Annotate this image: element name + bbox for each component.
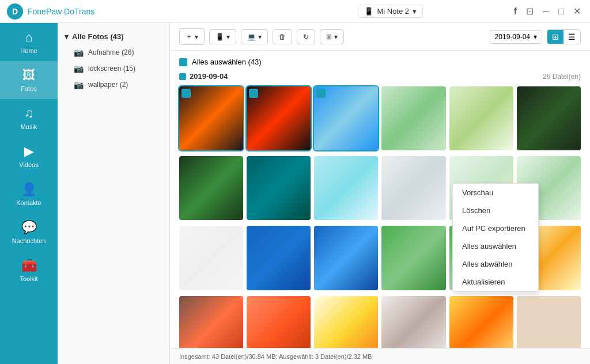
date-picker[interactable]: 2019-09-04 ▾ — [490, 30, 542, 44]
music-icon: ♫ — [24, 106, 34, 121]
context-menu-deselect-all[interactable]: Alles abwählen — [453, 255, 538, 273]
statusbar: Insgesamt: 43 Datei(en)/30.84 MB; Ausgew… — [170, 348, 590, 364]
device-icon: 📱 — [364, 7, 373, 16]
context-menu-export[interactable]: Auf PC exportieren — [453, 219, 538, 237]
photo-check-1 — [181, 89, 191, 98]
folder-group-header[interactable]: ▾ Alle Fotos (43) — [58, 29, 169, 44]
contacts-icon: 👤 — [21, 182, 37, 197]
sidebar-label-toolkit: Toolkit — [20, 275, 37, 282]
grid-view-button[interactable]: ⊞ — [547, 30, 563, 44]
context-menu-preview[interactable]: Vorschau — [453, 184, 538, 202]
left-panel: ▾ Alle Fotos (43) 📷 Aufnahme (26) 📷 lock… — [58, 23, 170, 364]
sidebar-label-home: Home — [20, 47, 37, 54]
add-button[interactable]: ＋ ▾ — [179, 28, 205, 45]
folder-icon-wallpaper: 📷 — [74, 80, 84, 89]
photo-cell-4[interactable] — [381, 86, 445, 150]
folder-item-lockscreen[interactable]: 📷 lockscreen (15) — [58, 60, 169, 77]
context-menu-refresh[interactable]: Aktualisieren — [453, 273, 538, 291]
folder-item-wallpaper[interactable]: 📷 wallpaper (2) — [58, 77, 169, 93]
titlebar: D FonePaw DoTrans 📱 Mi Note 2 ▾ f ⊡ ─ □ … — [0, 0, 590, 23]
photo-cell-24[interactable] — [517, 296, 581, 348]
view-toggle: ⊞ ☰ — [547, 29, 581, 44]
photo-cell-2[interactable] — [247, 86, 311, 150]
photo-grid-row1 — [179, 86, 581, 150]
add-icon: ＋ — [186, 32, 192, 41]
sidebar-item-fotos[interactable]: 🖼 Fotos — [0, 61, 58, 99]
transfer-pc-chevron: ▾ — [258, 33, 262, 41]
chevron-down-icon: ▾ — [413, 7, 417, 16]
photo-cell-19[interactable] — [179, 296, 243, 348]
photo-check-2 — [249, 89, 258, 98]
sidebar-item-toolkit[interactable]: 🧰 Toolkit — [0, 251, 58, 289]
refresh-button[interactable]: ↻ — [297, 29, 315, 44]
close-icon[interactable]: ✕ — [571, 5, 583, 18]
photo-cell-22[interactable] — [381, 296, 445, 348]
select-all-bar[interactable]: Alles auswählen (43) — [179, 58, 581, 66]
sidebar-label-musik: Musik — [21, 123, 37, 130]
more-button[interactable]: ⊞ ▾ — [320, 29, 344, 44]
photo-cell-7[interactable] — [179, 156, 243, 220]
photo-cell-6[interactable] — [517, 86, 581, 150]
sidebar-label-fotos: Fotos — [21, 85, 37, 92]
photo-cell-23[interactable] — [449, 296, 513, 348]
add-chevron: ▾ — [195, 33, 198, 41]
transfer-pc-icon: 💻 — [247, 33, 256, 41]
section-date: 2019-09-04 — [179, 72, 228, 81]
photo-cell-10[interactable] — [381, 156, 445, 220]
app-logo: D — [7, 3, 23, 20]
folder-icon-lockscreen: 📷 — [74, 64, 84, 73]
photo-cell-15[interactable] — [314, 226, 378, 290]
minimize-icon[interactable]: ─ — [540, 5, 551, 18]
all-photos-label: Alle Fotos (43) — [72, 32, 124, 41]
context-menu-select-all[interactable]: Alles auswählen — [453, 237, 538, 255]
context-menu-delete[interactable]: Löschen — [453, 202, 538, 219]
triangle-icon: ▾ — [65, 32, 69, 41]
folder-label-wallpaper: wallpaper (2) — [88, 81, 128, 89]
sidebar-item-videos[interactable]: ▶ Videos — [0, 137, 58, 175]
photo-cell-13[interactable] — [179, 226, 243, 290]
photo-cell-1[interactable] — [179, 86, 243, 150]
list-view-button[interactable]: ☰ — [563, 30, 580, 44]
photos-icon: 🖼 — [22, 68, 35, 83]
right-panel: ＋ ▾ 📱 ▾ 💻 ▾ 🗑 ↻ ⊞ ▾ 2019-0 — [170, 23, 590, 364]
transfer-to-pc-button[interactable]: 💻 ▾ — [241, 29, 268, 44]
select-all-checkbox[interactable] — [179, 58, 187, 66]
sidebar-item-nachrichten[interactable]: 💬 Nachrichten — [0, 213, 58, 251]
device-selector[interactable]: 📱 Mi Note 2 ▾ — [358, 5, 423, 18]
date-value: 2019-09-04 — [495, 33, 530, 41]
photo-cell-9[interactable] — [314, 156, 378, 220]
photo-cell-8[interactable] — [247, 156, 311, 220]
folder-label-aufnahme: Aufnahme (26) — [88, 48, 134, 56]
sidebar-label-nachrichten: Nachrichten — [12, 237, 46, 244]
sidebar-item-home[interactable]: ⌂ Home — [0, 23, 58, 61]
transfer-device-chevron: ▾ — [226, 33, 230, 41]
transfer-to-device-button[interactable]: 📱 ▾ — [209, 29, 236, 44]
more-icon: ⊞ — [326, 33, 332, 41]
sidebar-item-musik[interactable]: ♫ Musik — [0, 99, 58, 137]
select-all-label: Alles auswählen (43) — [192, 58, 262, 66]
sidebar: ⌂ Home 🖼 Fotos ♫ Musik ▶ Videos 👤 Kontak… — [0, 23, 58, 364]
chat-icon[interactable]: ⊡ — [524, 5, 536, 18]
maximize-icon[interactable]: □ — [556, 5, 566, 18]
facebook-icon[interactable]: f — [512, 5, 519, 18]
photo-cell-5[interactable] — [449, 86, 513, 150]
sidebar-item-kontakte[interactable]: 👤 Kontakte — [0, 175, 58, 213]
photo-grid-row4 — [179, 296, 581, 348]
photo-cell-14[interactable] — [247, 226, 311, 290]
delete-button[interactable]: 🗑 — [273, 29, 292, 44]
photo-cell-3[interactable] — [314, 86, 378, 150]
photo-cell-16[interactable] — [381, 226, 445, 290]
videos-icon: ▶ — [24, 144, 34, 159]
content-area: Alles auswählen (43) 2019-09-04 26 Datei… — [170, 51, 590, 348]
refresh-icon: ↻ — [303, 33, 309, 41]
photo-cell-20[interactable] — [247, 296, 311, 348]
statusbar-text: Insgesamt: 43 Datei(en)/30.84 MB; Ausgew… — [179, 353, 372, 360]
context-menu: Vorschau Löschen Auf PC exportieren Alle… — [452, 183, 539, 291]
photo-cell-21[interactable] — [314, 296, 378, 348]
section-checkbox[interactable] — [179, 73, 186, 80]
main-layout: ⌂ Home 🖼 Fotos ♫ Musik ▶ Videos 👤 Kontak… — [0, 23, 590, 364]
folder-item-aufnahme[interactable]: 📷 Aufnahme (26) — [58, 44, 169, 60]
toolkit-icon: 🧰 — [21, 258, 37, 273]
section-count: 26 Datei(en) — [543, 73, 581, 81]
sidebar-label-videos: Videos — [19, 161, 38, 168]
